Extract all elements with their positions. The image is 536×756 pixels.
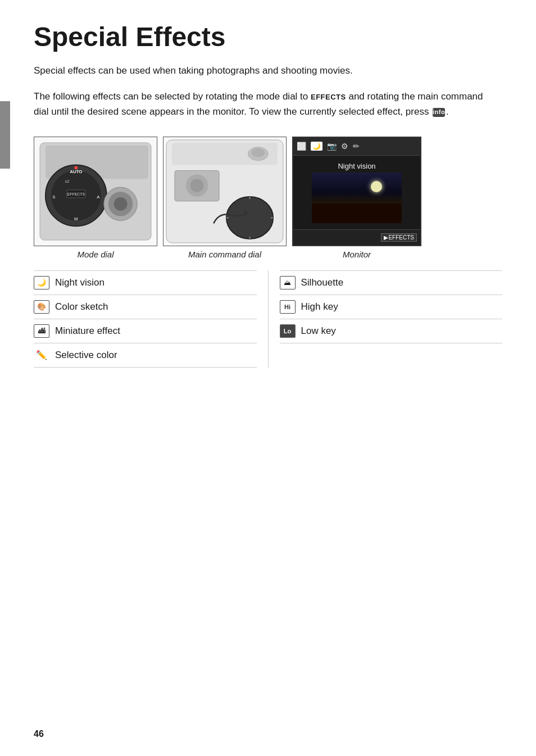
monitor-photo (312, 173, 402, 223)
cmd-dial-svg (163, 137, 286, 246)
selective-color-label: Selective color (55, 350, 117, 361)
effect-row-night-vision: 🌙 Night vision (34, 270, 257, 295)
mode-dial-container: AUTO M S A EFFECTS u2 Mode dial (34, 137, 157, 259)
svg-point-10 (74, 166, 78, 169)
effect-row-high-key: Hi High key (280, 295, 503, 319)
cmd-dial-image (163, 137, 287, 246)
monitor-moon (371, 181, 382, 192)
low-key-label: Low key (301, 325, 336, 337)
cmd-dial-container: Main command dial (163, 137, 287, 259)
effects-left-column: 🌙 Night vision 🎨 Color sketch 🏙 Miniatur… (34, 270, 269, 368)
monitor-container: ⬜ 🌙 📷 ⚙ ✏ Night vision ▶EFFECTS (292, 137, 421, 259)
svg-point-18 (252, 148, 265, 157)
effects-right-column: ⛰ Silhouette Hi High key Lo Low key (269, 270, 503, 368)
monitor-effects-tag: ▶EFFECTS (381, 233, 417, 242)
info-badge: info (433, 108, 445, 117)
effects-columns: 🌙 Night vision 🎨 Color sketch 🏙 Miniatur… (34, 270, 502, 368)
monitor-icon-1: ⬜ (297, 142, 306, 151)
monitor-main-content: Night vision (293, 156, 420, 229)
night-vision-icon: 🌙 (34, 276, 49, 289)
silhouette-icon: ⛰ (280, 276, 296, 289)
svg-text:S: S (52, 194, 55, 200)
effect-row-selective-color: ✏️ Selective color (34, 343, 257, 368)
page-number: 46 (34, 729, 44, 739)
low-key-icon: Lo (280, 324, 296, 338)
monitor-icon-selected: 🌙 (311, 142, 322, 151)
monitor-effect-label: Night vision (338, 162, 375, 170)
svg-point-14 (114, 197, 128, 211)
svg-text:A: A (97, 194, 100, 200)
monitor-screen: ⬜ 🌙 📷 ⚙ ✏ Night vision ▶EFFECTS (293, 138, 420, 245)
miniature-icon: 🏙 (34, 324, 49, 338)
intro-paragraph-1: Special effects can be used when taking … (34, 64, 494, 78)
svg-point-27 (190, 179, 204, 192)
effects-keyword: EFFECTS (311, 93, 346, 101)
monitor-topbar: ⬜ 🌙 📷 ⚙ ✏ (293, 138, 420, 156)
svg-text:M: M (74, 216, 78, 221)
monitor-icon-3: ⚙ (341, 142, 348, 151)
effect-row-miniature: 🏙 Miniature effect (34, 319, 257, 343)
effect-row-low-key: Lo Low key (280, 319, 503, 343)
monitor-icon-2: 📷 (327, 142, 337, 151)
mode-dial-caption: Mode dial (77, 250, 113, 259)
page-title: Special Effects (34, 22, 502, 52)
mode-dial-image: AUTO M S A EFFECTS u2 (34, 137, 157, 246)
monitor-image: ⬜ 🌙 📷 ⚙ ✏ Night vision ▶EFFECTS (292, 137, 421, 246)
diagrams-row: AUTO M S A EFFECTS u2 Mode dial (34, 137, 502, 259)
svg-text:EFFECTS: EFFECTS (67, 192, 85, 196)
svg-point-19 (226, 197, 273, 239)
high-key-icon: Hi (280, 300, 296, 314)
monitor-caption: Monitor (343, 250, 371, 259)
effect-row-color-sketch: 🎨 Color sketch (34, 295, 257, 319)
monitor-icon-4: ✏ (353, 142, 360, 151)
night-vision-label: Night vision (55, 277, 105, 288)
high-key-label: High key (301, 301, 338, 313)
mode-dial-svg: AUTO M S A EFFECTS u2 (34, 137, 157, 246)
svg-text:u2: u2 (65, 179, 70, 183)
svg-text:AUTO: AUTO (70, 169, 82, 174)
color-sketch-label: Color sketch (55, 301, 108, 313)
monitor-landscape (312, 203, 402, 223)
monitor-bottombar: ▶EFFECTS (293, 229, 420, 245)
miniature-label: Miniature effect (55, 325, 120, 337)
cmd-dial-caption: Main command dial (188, 250, 261, 259)
sidebar-accent-bar (0, 101, 10, 169)
color-sketch-icon: 🎨 (34, 300, 49, 314)
intro-paragraph-2: The following effects can be selected by… (34, 89, 494, 119)
effect-row-silhouette: ⛰ Silhouette (280, 270, 503, 295)
selective-color-icon: ✏️ (34, 348, 49, 362)
silhouette-label: Silhouette (301, 277, 344, 288)
